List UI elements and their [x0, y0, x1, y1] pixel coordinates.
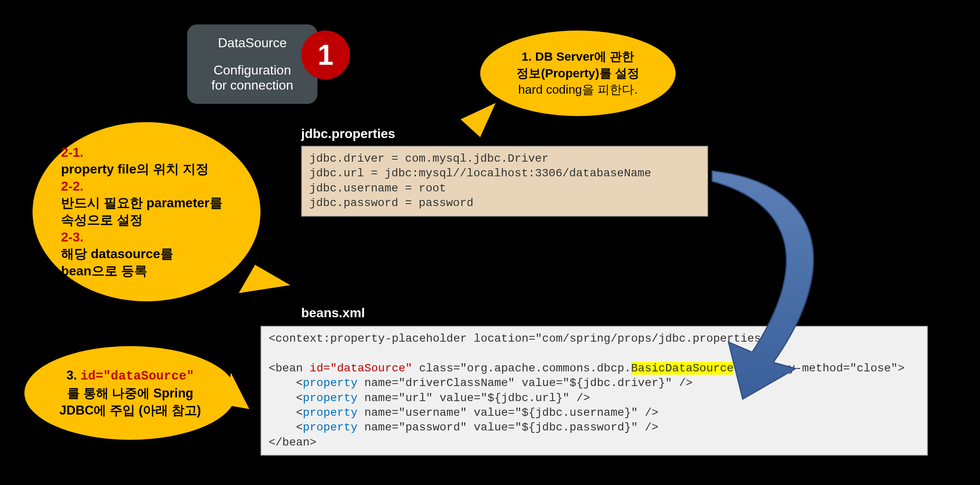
code-text: <: [269, 421, 303, 434]
bubble2-line: 속성으로 설정: [61, 212, 143, 229]
code-text: <: [269, 392, 303, 404]
bubble2-line: 해당 datasource를: [61, 246, 173, 263]
code-property-tag: property: [303, 392, 357, 404]
beans-xml-label: beans.xml: [301, 305, 365, 320]
speech-tail-2: [239, 265, 291, 313]
bubble1-line: 1. DB Server에 관한: [522, 48, 634, 65]
bubble1-line: hard coding을 피한다.: [518, 81, 637, 98]
bubble2-line: 반드시 필요한 parameter를: [61, 195, 223, 212]
bubble3-line: 를 통해 나중에 Spring: [67, 385, 193, 402]
code-text: class="org.apache.commons.dbcp.: [412, 362, 631, 375]
bubble2-heading: 2-1.: [61, 144, 83, 161]
callout-bubble-1: 1. DB Server에 관한 정보(Property)를 설정 hard c…: [480, 31, 676, 116]
code-property-tag: property: [303, 421, 357, 434]
datasource-title: DataSource: [187, 35, 317, 50]
speech-tail-1: [461, 103, 506, 142]
code-text: name="driverClassName" value="${jdbc.dri…: [357, 377, 692, 389]
code-text: name="url" value="${jdbc.url}" />: [357, 392, 590, 404]
datasource-config-box: DataSource Configuration for connection: [187, 24, 317, 104]
bubble1-line: 정보(Property)를 설정: [516, 65, 639, 82]
flow-arrow-icon: [651, 159, 895, 403]
datasource-subtitle: Configuration for connection: [187, 63, 317, 93]
step-badge-1: 1: [301, 31, 350, 79]
bubble3-line1: 3. id="dataSource": [66, 367, 194, 385]
bubble3-pre: 3.: [66, 368, 80, 382]
callout-bubble-3: 3. id="dataSource" 를 통해 나중에 Spring JDBC에…: [24, 346, 236, 440]
code-property-tag: property: [303, 377, 357, 389]
callout-bubble-2: 2-1. property file의 위치 지정 2-2. 반드시 필요한 p…: [33, 122, 260, 301]
bubble2-line: property file의 위치 지정: [61, 161, 209, 178]
code-text: <: [269, 377, 303, 389]
bubble2-line: bean으로 등록: [61, 263, 147, 280]
bubble2-heading: 2-3.: [61, 229, 83, 246]
code-text: <: [269, 406, 303, 419]
code-text: name="username" value="${jdbc.username}"…: [357, 406, 658, 419]
jdbc-properties-code: jdbc.driver = com.mysql.jdbc.Driver jdbc…: [301, 146, 708, 217]
jdbc-properties-label: jdbc.properties: [301, 126, 395, 141]
code-line: <bean: [269, 362, 310, 375]
bubble2-heading: 2-2.: [61, 178, 83, 195]
code-property-tag: property: [303, 406, 357, 419]
bubble3-line: JDBC에 주입 (아래 참고): [59, 402, 201, 419]
code-text: name="password" value="${jdbc.password}"…: [357, 421, 658, 434]
code-line: </bean>: [269, 436, 317, 449]
code-id-attr: id="dataSource": [310, 362, 412, 375]
bubble3-code: id="dataSource": [81, 369, 194, 383]
